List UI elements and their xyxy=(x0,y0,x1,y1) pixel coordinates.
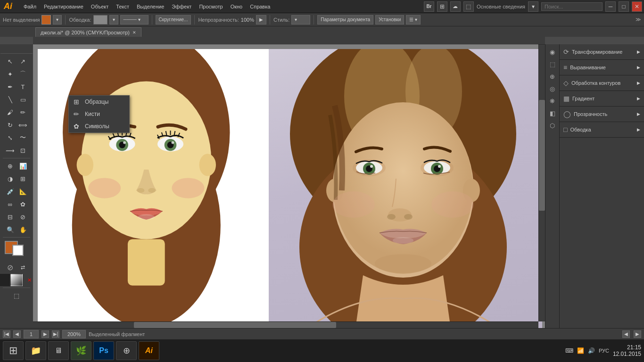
lasso-btn[interactable]: ⌒ xyxy=(17,68,29,80)
settings-btn[interactable]: Установки xyxy=(375,15,404,25)
color-mode-btn[interactable] xyxy=(0,274,10,286)
samples-menu-item[interactable]: ⊞ Образцы xyxy=(69,96,129,108)
graph-btn[interactable]: 📊 xyxy=(17,160,29,172)
menu-window[interactable]: Окно xyxy=(227,2,247,11)
menu-help[interactable]: Справка xyxy=(246,2,274,11)
rotate-btn[interactable]: ↻ xyxy=(4,119,17,131)
fill-options-btn[interactable]: ▾ xyxy=(53,15,62,25)
paintbrush-btn[interactable]: 🖌 xyxy=(4,106,17,118)
pen-tool-btn[interactable]: ✒ xyxy=(4,81,17,93)
gradient-header[interactable]: ▦ Градиент ▶ xyxy=(560,93,644,104)
width-btn[interactable]: ⟿ xyxy=(4,144,17,156)
green-app-btn[interactable]: 🌿 xyxy=(71,341,91,360)
symbols-menu-item[interactable]: ✿ Символы xyxy=(69,120,129,132)
illustrator-taskbar-btn[interactable]: Ai xyxy=(139,341,159,360)
hand-btn[interactable]: ✋ xyxy=(17,223,29,236)
close-btn[interactable]: ✕ xyxy=(632,1,642,12)
menu-file[interactable]: Файл xyxy=(20,2,40,11)
panel-icon-6[interactable]: ◧ xyxy=(547,107,558,119)
symbol-btn[interactable]: ✿ xyxy=(17,198,29,210)
cloud-btn[interactable]: ☁ xyxy=(450,1,461,12)
pathfinder-header[interactable]: ◇ Обработка контуров ▶ xyxy=(560,77,644,89)
nav-first-btn[interactable]: |◀ xyxy=(3,330,10,338)
start-button[interactable]: ⊞ xyxy=(3,341,24,360)
doc-tab-active[interactable]: джоли.ai* @ 200% (CMYK/Просмотр) ✕ xyxy=(35,27,141,37)
direct-select-btn[interactable]: ↗ xyxy=(17,55,29,67)
minimize-btn[interactable]: ─ xyxy=(605,1,616,12)
menu-object[interactable]: Объект xyxy=(87,2,112,11)
fill-color-swatch[interactable] xyxy=(41,15,51,25)
horizontal-scrollbar[interactable] xyxy=(33,321,538,328)
pencil-btn[interactable]: ✏ xyxy=(17,106,29,118)
shape-builder-btn[interactable]: ⊕ xyxy=(4,160,17,172)
line-tool-btn[interactable]: ╲ xyxy=(4,93,17,106)
panel-icon-4[interactable]: ◎ xyxy=(547,83,558,94)
stroke-options-btn[interactable]: ▾ xyxy=(109,15,118,25)
no-fill-btn[interactable]: ⊘ xyxy=(4,261,17,273)
reflect-btn[interactable]: ⟺ xyxy=(17,119,29,131)
page-input[interactable] xyxy=(24,330,39,338)
scale-btn[interactable]: ⤡ xyxy=(4,132,17,144)
settings-more-btn[interactable]: ☰ ▾ xyxy=(406,15,421,25)
free-transform-btn[interactable]: ⊡ xyxy=(17,144,29,156)
explorer-btn[interactable]: 📁 xyxy=(25,341,46,360)
scroll-left-btn[interactable]: ◀ xyxy=(622,330,630,338)
menu-select[interactable]: Выделение xyxy=(133,2,168,11)
grid-view-btn[interactable]: ⊞ xyxy=(437,1,447,12)
photoshop-btn[interactable]: Ps xyxy=(93,341,114,360)
menu-view[interactable]: Просмотр xyxy=(195,2,226,11)
panel-icon-7[interactable]: ⬡ xyxy=(547,120,558,131)
zoom-input[interactable] xyxy=(62,330,86,338)
gradient-btn[interactable]: ◑ xyxy=(4,173,17,185)
swap-color-btn[interactable]: ⇄ xyxy=(17,261,29,273)
stroke-swatch[interactable] xyxy=(12,245,24,256)
rect-tool-btn[interactable]: ▭ xyxy=(17,93,29,106)
magic-wand-btn[interactable]: ✦ xyxy=(4,68,17,80)
panel-icon-3[interactable]: ⊕ xyxy=(547,71,558,82)
panel-icon-5[interactable]: ❋ xyxy=(547,95,558,107)
blend-btn[interactable]: ∞ xyxy=(4,198,17,210)
desktop-btn[interactable]: 🖥 xyxy=(48,341,69,360)
workspace-dropdown-btn[interactable]: ▾ xyxy=(528,1,538,12)
stroke-header[interactable]: □ Обводка ▶ xyxy=(560,124,644,135)
measure-btn[interactable]: 📐 xyxy=(17,185,29,197)
opacity-increase-btn[interactable]: ▶ xyxy=(256,15,266,25)
mesh-btn[interactable]: ⊞ xyxy=(17,173,29,185)
panel-icon-2[interactable]: ⬚ xyxy=(547,58,558,70)
warp-btn[interactable]: 〜 xyxy=(17,132,29,144)
h-scroll-thumb[interactable] xyxy=(134,322,336,328)
nav-next-btn[interactable]: ▶ xyxy=(41,330,49,338)
bridge-icon-btn[interactable]: Br xyxy=(424,1,434,12)
align-header[interactable]: ≡ Выравнивание ▶ xyxy=(560,62,644,73)
stroke-color-btn[interactable] xyxy=(93,15,107,25)
scroll-right-btn[interactable]: ▶ xyxy=(634,330,641,338)
color-panel-btn[interactable]: ◉ xyxy=(547,46,558,58)
brushes-menu-item[interactable]: ✏ Кисти xyxy=(69,108,129,120)
doc-tab-close-btn[interactable]: ✕ xyxy=(132,30,136,35)
chrome-btn[interactable]: ⊕ xyxy=(116,341,137,360)
vertical-scrollbar[interactable] xyxy=(538,44,545,321)
transform-header[interactable]: ⟳ Трансформирование ▶ xyxy=(560,46,644,58)
select-tool-btn[interactable]: ↖ xyxy=(4,55,17,67)
type-tool-btn[interactable]: T xyxy=(17,81,29,93)
menu-text[interactable]: Текст xyxy=(112,2,133,11)
transparency-header[interactable]: ◯ Прозрачность ▶ xyxy=(560,108,644,120)
slice-btn[interactable]: ⊘ xyxy=(17,211,29,223)
stroke-dropdown[interactable]: ──── ▾ xyxy=(120,15,149,25)
nav-prev-btn[interactable]: ◀ xyxy=(13,330,21,338)
share-btn[interactable]: ⬚ xyxy=(463,1,474,12)
menu-effect[interactable]: Эффект xyxy=(168,2,195,11)
search-input[interactable] xyxy=(541,2,603,11)
doc-params-btn[interactable]: Параметры документа xyxy=(317,15,373,25)
zoom-btn[interactable]: 🔍 xyxy=(4,223,17,236)
gradient-mode-btn[interactable] xyxy=(10,274,23,286)
artboard-btn[interactable]: ⊟ xyxy=(4,211,17,223)
screen-mode-btn[interactable]: ⬚ xyxy=(10,289,23,302)
nav-last-btn[interactable]: ▶| xyxy=(52,330,59,338)
menu-edit[interactable]: Редактирование xyxy=(40,2,87,11)
rounding-btn[interactable]: Скругление... xyxy=(156,15,191,25)
eyedropper-btn[interactable]: 💉 xyxy=(4,185,17,197)
v-scroll-thumb[interactable] xyxy=(539,100,545,211)
maximize-btn[interactable]: □ xyxy=(619,1,629,12)
style-dropdown[interactable]: ▾ xyxy=(291,15,310,25)
